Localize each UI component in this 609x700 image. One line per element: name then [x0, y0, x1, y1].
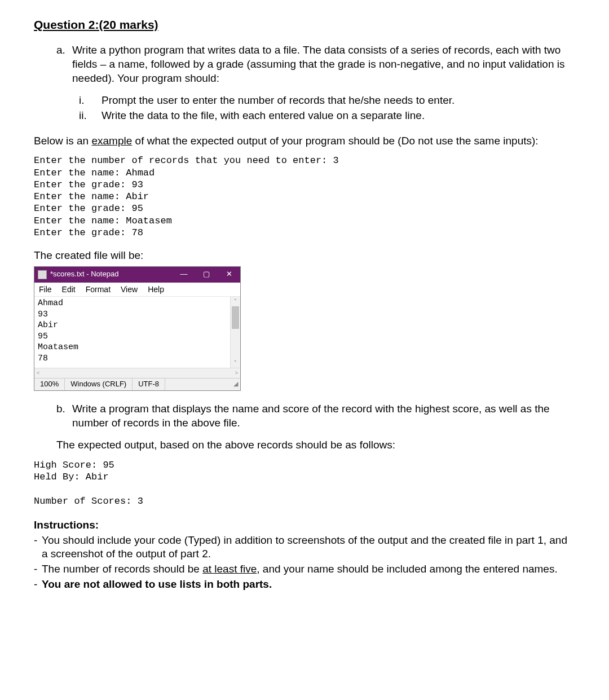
dash-marker: -	[34, 562, 42, 576]
status-zoom: 100%	[34, 378, 65, 390]
instructions-title: Instructions:	[34, 518, 575, 532]
question-title: Question 2:(20 marks)	[34, 17, 575, 32]
part-a: a. Write a python program that writes da…	[56, 43, 575, 85]
roman-list: i. Prompt the user to enter the number o…	[79, 94, 575, 122]
notepad-content[interactable]: Ahmad 93 Abir 95 Moatasem 78	[34, 297, 230, 368]
scroll-up-icon[interactable]: ˄	[231, 297, 240, 306]
instructions-list: -You should include your code (Typed) in…	[34, 534, 575, 592]
instruction-text: The number of records should be at least…	[42, 562, 558, 576]
status-eol: Windows (CRLF)	[65, 378, 133, 390]
notepad-titlebar: *scores.txt - Notepad — ▢ ✕	[34, 267, 240, 283]
part-b-text: Write a program that displays the name a…	[72, 402, 575, 430]
scroll-right-icon[interactable]: >	[235, 370, 238, 377]
roman-text-2: Write the data to the file, with each en…	[102, 109, 425, 123]
part-b: b. Write a program that displays the nam…	[56, 402, 575, 430]
maximize-button[interactable]: ▢	[195, 267, 218, 283]
part-a-marker: a.	[56, 43, 72, 85]
roman-text-1: Prompt the user to enter the number of r…	[102, 94, 454, 108]
notepad-statusbar: 100% Windows (CRLF) UTF-8 ◢	[34, 378, 240, 390]
dash-marker: -	[34, 534, 42, 561]
created-file-label: The created file will be:	[34, 249, 575, 263]
scroll-left-icon[interactable]: <	[37, 370, 39, 377]
sample-io-a: Enter the number of records that you nee…	[34, 155, 575, 239]
instruction-item: -The number of records should be at leas…	[34, 562, 575, 576]
vertical-scrollbar[interactable]: ˄ ˅	[230, 297, 240, 368]
example-intro: Below is an example of what the expected…	[34, 134, 575, 148]
scroll-down-icon[interactable]: ˅	[231, 358, 240, 368]
example-intro-post: of what the expected output of your prog…	[132, 135, 538, 147]
notepad-app-icon	[38, 270, 47, 279]
notepad-title: *scores.txt - Notepad	[50, 270, 173, 279]
part-b-marker: b.	[56, 402, 72, 430]
menu-file[interactable]: File	[37, 284, 54, 295]
notepad-menubar: File Edit Format View Help	[34, 283, 240, 297]
instruction-item: -You should include your code (Typed) in…	[34, 534, 575, 561]
dash-marker: -	[34, 578, 42, 592]
minimize-button[interactable]: —	[173, 267, 195, 283]
horizontal-scrollbar[interactable]: < >	[34, 368, 240, 378]
part-a-text: Write a python program that writes data …	[72, 43, 575, 85]
menu-view[interactable]: View	[118, 284, 140, 295]
menu-edit[interactable]: Edit	[60, 284, 78, 295]
instruction-item: -You are not allowed to use lists in bot…	[34, 578, 575, 592]
instruction-text: You should include your code (Typed) in …	[42, 534, 575, 561]
menu-help[interactable]: Help	[145, 284, 166, 295]
status-encoding: UTF-8	[133, 378, 165, 390]
close-button[interactable]: ✕	[218, 267, 240, 283]
example-intro-pre: Below is an	[34, 135, 91, 147]
expected-output-label: The expected output, based on the above …	[56, 438, 575, 452]
sample-output-b: High Score: 95 Held By: Abir Number of S…	[34, 459, 575, 507]
notepad-window: *scores.txt - Notepad — ▢ ✕ File Edit Fo…	[34, 266, 241, 391]
roman-marker-1: i.	[79, 94, 102, 108]
scroll-thumb[interactable]	[232, 306, 239, 329]
resize-grip-icon[interactable]: ◢	[231, 378, 240, 390]
menu-format[interactable]: Format	[83, 284, 113, 295]
example-word: example	[91, 135, 132, 147]
roman-marker-2: ii.	[79, 109, 102, 123]
instruction-text: You are not allowed to use lists in both…	[42, 578, 272, 592]
